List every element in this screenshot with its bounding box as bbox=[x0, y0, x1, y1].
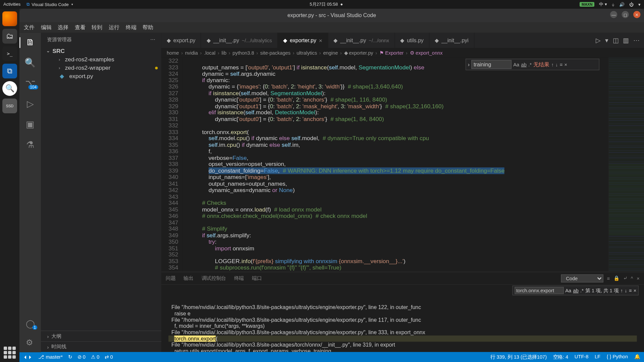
find-result: 无结果 bbox=[533, 61, 549, 68]
dock-terminal[interactable]: >_ bbox=[2, 46, 17, 61]
status-sync[interactable]: ↻ bbox=[68, 354, 72, 360]
status-language[interactable]: { } Python bbox=[607, 354, 628, 360]
sidebar-more-icon[interactable]: ⋯ bbox=[150, 36, 155, 43]
editor-area: ◆ export.py ◆ __init__.py ~/.../ultralyt… bbox=[161, 33, 644, 352]
status-remote[interactable]: ⏴⏵ bbox=[23, 354, 33, 360]
activity-scm[interactable]: ⌥ bbox=[25, 78, 36, 88]
panel: 问题 输出 调试控制台 终端 端口 Code ≡ 🔒 ⤶ ^ × bbox=[161, 272, 644, 352]
clock[interactable]: 5月27日 05:58 ● bbox=[73, 1, 580, 7]
window-minimize[interactable]: — bbox=[610, 11, 617, 18]
panel-tab-output[interactable]: 输出 bbox=[183, 274, 193, 283]
editor[interactable]: › Aa ab .* 无结果 ↑ ↓ ≡ × 322 323 324 325 3… bbox=[161, 58, 644, 272]
panel-close-icon[interactable]: × bbox=[637, 276, 640, 281]
activity-bar: 🗎 🔍 ⌥ ▷ ▣ ⚗ ◯ ⚙ bbox=[19, 33, 41, 352]
panel-output[interactable]: Aaab.* 第 1 项, 共 1 项 ↑↓ ≡× File "/home/nv… bbox=[161, 285, 644, 352]
find-case-icon[interactable]: Aa bbox=[513, 61, 519, 68]
menu-go[interactable]: 转到 bbox=[92, 24, 102, 32]
find-regex-icon[interactable]: .* bbox=[528, 61, 532, 68]
activity-account[interactable]: ◯ bbox=[26, 319, 35, 329]
activity-extensions[interactable]: ▣ bbox=[26, 119, 34, 130]
tree-item-zed-examples[interactable]: ›zed-ros2-examples bbox=[41, 55, 161, 63]
panel-wrap-icon[interactable]: ⤶ bbox=[623, 276, 627, 281]
window-maximize[interactable]: ◻ bbox=[622, 11, 629, 18]
system-menu-caret[interactable]: ▾ bbox=[638, 2, 641, 7]
activity-debug[interactable]: ▷ bbox=[27, 98, 34, 109]
find-expand-icon[interactable]: › bbox=[468, 61, 470, 68]
menu-file[interactable]: 文件 bbox=[24, 24, 35, 32]
find-next-icon[interactable]: ↓ bbox=[555, 61, 558, 68]
panel-tab-ports[interactable]: 端口 bbox=[252, 274, 262, 283]
panel-tab-terminal[interactable]: 终端 bbox=[234, 274, 244, 283]
tab-init-pyi[interactable]: ◆ __init__.pyi bbox=[429, 33, 474, 48]
panel-filter-select[interactable]: Code bbox=[561, 275, 603, 283]
tab-init-onnx[interactable]: ◆ __init__.py ~/.../onnx bbox=[328, 33, 395, 48]
status-eol[interactable]: LF bbox=[595, 354, 600, 360]
more-icon[interactable]: ⋯ bbox=[633, 37, 640, 44]
tab-utils[interactable]: ◆ utils.py bbox=[395, 33, 429, 48]
dock-apps-grid[interactable] bbox=[0, 347, 19, 359]
dock-ssd[interactable]: SSD bbox=[2, 99, 17, 113]
find-prev-icon[interactable]: ↑ bbox=[551, 61, 553, 68]
power-icon[interactable]: ⏻ bbox=[629, 2, 634, 7]
menu-selection[interactable]: 选择 bbox=[58, 24, 68, 32]
power-mode-badge[interactable]: MAXN bbox=[580, 2, 594, 7]
window-close[interactable]: ✕ bbox=[633, 11, 640, 18]
menu-terminal[interactable]: 终端 bbox=[126, 24, 137, 32]
wifi-icon[interactable]: ⏚ bbox=[612, 2, 614, 7]
activity-search[interactable]: 🔍 bbox=[24, 57, 36, 68]
activity-settings[interactable]: ⚙ bbox=[26, 338, 35, 348]
status-ports[interactable]: ⇄ 0 bbox=[105, 354, 113, 360]
ime-indicator[interactable]: 中 ▾ bbox=[599, 1, 607, 7]
panel-lock-icon[interactable]: 🔒 bbox=[613, 276, 620, 281]
status-errors[interactable]: ⊘ 0 bbox=[77, 354, 86, 360]
menu-run[interactable]: 运行 bbox=[109, 24, 119, 32]
split-icon[interactable]: ◫ bbox=[613, 37, 619, 44]
dock-vscode[interactable]: ⧉ bbox=[2, 64, 17, 78]
dock-magnifier[interactable]: 🔍 bbox=[2, 81, 17, 96]
app-indicator[interactable]: ⧉ Visual Studio Code ▾ bbox=[26, 2, 73, 7]
activities-button[interactable]: Activities bbox=[3, 2, 20, 7]
panel-clear-icon[interactable]: ≡ bbox=[607, 276, 610, 281]
tree-item-export-py[interactable]: ◆ export.py bbox=[41, 72, 161, 80]
minimap[interactable] bbox=[608, 58, 644, 272]
tree-item-zed-wrapper[interactable]: ›zed-ros2-wrapper bbox=[41, 64, 161, 72]
panel-tab-debug[interactable]: 调试控制台 bbox=[202, 274, 226, 283]
tab-init-ultra[interactable]: ◆ __init__.py ~/.../ultralytics bbox=[201, 33, 278, 48]
status-branch[interactable]: ⎇ master* bbox=[38, 354, 63, 360]
dock-firefox[interactable] bbox=[2, 11, 17, 26]
tab-export[interactable]: ◆ export.py bbox=[161, 33, 201, 48]
menu-view[interactable]: 查看 bbox=[75, 24, 86, 32]
status-spaces[interactable]: 空格: 4 bbox=[553, 354, 569, 360]
sidebar-explorer: 资源管理器 ⋯ ⌄SRC ›zed-ros2-examples ›zed-ros… bbox=[41, 33, 161, 352]
status-warnings[interactable]: ⚠ 0 bbox=[91, 354, 100, 360]
menu-edit[interactable]: 编辑 bbox=[41, 24, 52, 32]
find-word-icon[interactable]: ab bbox=[521, 61, 527, 68]
status-encoding[interactable]: UTF-8 bbox=[575, 354, 588, 360]
run-icon[interactable]: ▷ bbox=[596, 37, 601, 44]
tab-exporter[interactable]: ◆ exporter.py × bbox=[278, 33, 328, 48]
tab-close-icon[interactable]: × bbox=[319, 37, 322, 44]
activity-test[interactable]: ⚗ bbox=[26, 139, 34, 150]
layout-icon[interactable]: ▥ bbox=[623, 37, 629, 44]
status-position[interactable]: 行 339, 列 13 (已选择107) bbox=[490, 354, 547, 360]
find-selection-icon[interactable]: ≡ bbox=[560, 61, 563, 68]
statusbar: ⏴⏵ ⎇ master* ↻ ⊘ 0 ⚠ 0 ⇄ 0 行 339, 列 13 (… bbox=[19, 352, 644, 362]
sidebar-timeline[interactable]: ›时间线 bbox=[41, 342, 161, 352]
find-input[interactable] bbox=[471, 60, 512, 69]
menubar: 文件 编辑 选择 查看 转到 运行 终端 帮助 bbox=[19, 22, 644, 33]
panel-tab-problems[interactable]: 问题 bbox=[166, 274, 175, 283]
gnome-top-bar: Activities ⧉ Visual Studio Code ▾ 5月27日 … bbox=[0, 0, 644, 9]
activity-explorer[interactable]: 🗎 bbox=[26, 37, 35, 48]
find-close-icon[interactable]: × bbox=[565, 61, 568, 68]
sidebar-outline[interactable]: ›大纲 bbox=[41, 331, 161, 342]
tree-root[interactable]: ⌄SRC bbox=[41, 47, 161, 55]
dock-files[interactable]: 🗂 bbox=[2, 29, 17, 44]
panel-find-input[interactable] bbox=[515, 287, 564, 294]
dock: 🗂 >_ ⧉ 🔍 SSD bbox=[0, 9, 19, 362]
status-bell-icon[interactable]: 🔔 bbox=[634, 354, 641, 360]
breadcrumb[interactable]: home›nvidia›.local›lib›python3.8›site-pa… bbox=[161, 48, 644, 58]
menu-help[interactable]: 帮助 bbox=[143, 24, 153, 32]
volume-icon[interactable]: 🔊 bbox=[619, 2, 625, 7]
code-content[interactable]: output_names = ['output0', 'output1'] if… bbox=[183, 58, 608, 272]
panel-max-icon[interactable]: ^ bbox=[631, 276, 633, 281]
